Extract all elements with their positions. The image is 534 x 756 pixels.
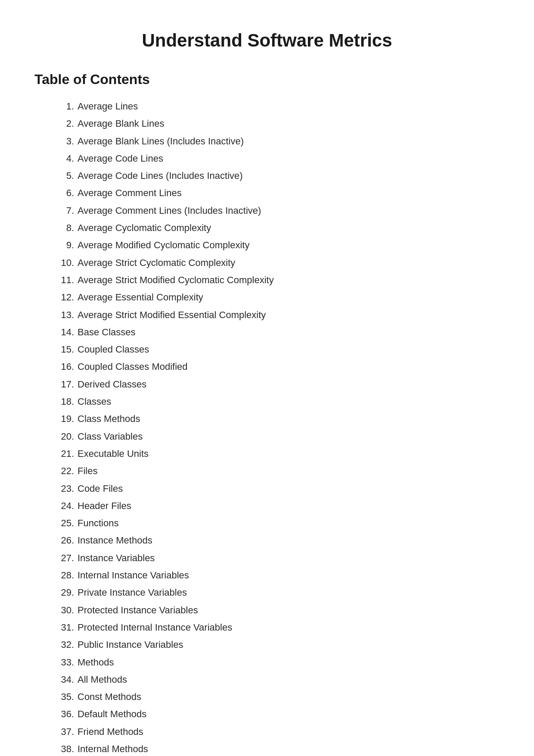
toc-item: 30.Protected Instance Variables	[60, 602, 500, 619]
toc-item-number: 9.	[60, 237, 74, 253]
toc-item-label: Executable Units	[78, 448, 149, 459]
toc-item-number: 24.	[60, 498, 74, 514]
toc-item-label: Const Methods	[78, 691, 141, 702]
toc-item-number: 36.	[60, 706, 74, 722]
toc-item-label: Public Instance Variables	[78, 639, 183, 650]
toc-item-number: 38.	[60, 741, 74, 756]
toc-item-label: Internal Instance Variables	[78, 570, 189, 581]
toc-item-label: Protected Instance Variables	[78, 605, 198, 615]
toc-item: 1.Average Lines	[60, 98, 500, 115]
toc-item-number: 37.	[60, 724, 74, 740]
toc-item-number: 15.	[60, 342, 74, 357]
toc-item: 31.Protected Internal Instance Variables	[60, 619, 500, 636]
toc-item-label: Average Modified Cyclomatic Complexity	[78, 240, 249, 250]
toc-item: 2.Average Blank Lines	[60, 115, 500, 132]
toc-item: 14.Base Classes	[60, 324, 500, 341]
toc-item-number: 3.	[60, 134, 74, 149]
toc-item-number: 26.	[60, 533, 74, 548]
toc-item-number: 22.	[60, 463, 74, 479]
toc-item-label: Coupled Classes	[78, 344, 149, 355]
toc-item-label: Instance Variables	[78, 553, 155, 563]
toc-item: 7.Average Comment Lines (Includes Inacti…	[60, 202, 500, 219]
toc-item-number: 5.	[60, 168, 74, 184]
toc-item-number: 6.	[60, 185, 74, 201]
toc-item-number: 31.	[60, 620, 74, 635]
toc-item-label: Average Strict Modified Essential Comple…	[78, 309, 266, 320]
toc-item: 37.Friend Methods	[60, 723, 500, 740]
toc-item-label: Files	[78, 465, 97, 476]
toc-item-number: 21.	[60, 446, 74, 462]
toc-item-label: Default Methods	[78, 709, 146, 719]
toc-item-label: Protected Internal Instance Variables	[78, 622, 232, 633]
toc-item: 13.Average Strict Modified Essential Com…	[60, 306, 500, 324]
toc-item: 5.Average Code Lines (Includes Inactive)	[60, 167, 500, 184]
toc-item-number: 27.	[60, 550, 74, 566]
toc-item: 26.Instance Methods	[60, 532, 500, 549]
toc-item: 23.Code Files	[60, 480, 500, 497]
toc-item-number: 23.	[60, 481, 74, 497]
toc-item-label: Average Comment Lines	[78, 187, 182, 198]
toc-item-number: 1.	[60, 99, 74, 114]
toc-item-label: Average Essential Complexity	[78, 292, 203, 303]
toc-item: 35.Const Methods	[60, 688, 500, 706]
toc-item-label: Derived Classes	[78, 379, 146, 390]
toc-item-label: Average Lines	[78, 101, 138, 112]
toc-item: 4.Average Code Lines	[60, 150, 500, 167]
toc-item-label: Internal Methods	[78, 744, 148, 754]
toc-item-label: Average Blank Lines	[78, 118, 164, 129]
toc-item-number: 35.	[60, 689, 74, 705]
toc-item: 34.All Methods	[60, 671, 500, 688]
toc-list: 1.Average Lines2.Average Blank Lines3.Av…	[60, 98, 500, 756]
toc-item: 25.Functions	[60, 515, 500, 532]
toc-item-label: Base Classes	[78, 327, 136, 337]
toc-item-label: Average Cyclomatic Complexity	[78, 222, 211, 233]
toc-item-number: 18.	[60, 394, 74, 409]
toc-item-number: 29.	[60, 585, 74, 600]
toc-item-label: Methods	[78, 657, 114, 668]
toc-item: 3.Average Blank Lines (Includes Inactive…	[60, 133, 500, 150]
toc-item: 36.Default Methods	[60, 706, 500, 723]
toc-item-label: Functions	[78, 518, 118, 528]
toc-item-label: Average Strict Modified Cyclomatic Compl…	[78, 275, 274, 285]
toc-item-number: 20.	[60, 429, 74, 444]
toc-item-number: 25.	[60, 515, 74, 531]
toc-item-label: Coupled Classes Modified	[78, 361, 188, 372]
toc-item-label: Average Code Lines	[78, 153, 163, 164]
toc-item: 22.Files	[60, 462, 500, 480]
toc-item-number: 30.	[60, 603, 74, 618]
toc-item: 9.Average Modified Cyclomatic Complexity	[60, 237, 500, 254]
toc-item: 15.Coupled Classes	[60, 341, 500, 358]
toc-item-number: 19.	[60, 411, 74, 427]
toc-item-number: 7.	[60, 203, 74, 219]
toc-item-label: Instance Methods	[78, 535, 152, 546]
toc-item: 20.Class Variables	[60, 428, 500, 445]
toc-item: 8.Average Cyclomatic Complexity	[60, 219, 500, 237]
toc-item-number: 8.	[60, 220, 74, 236]
toc-item: 12.Average Essential Complexity	[60, 289, 500, 306]
toc-item-number: 11.	[60, 272, 74, 288]
toc-item: 10.Average Strict Cyclomatic Complexity	[60, 254, 500, 272]
toc-item-number: 34.	[60, 672, 74, 687]
toc-item-number: 33.	[60, 655, 74, 670]
toc-item-label: Class Variables	[78, 431, 143, 442]
toc-item: 11.Average Strict Modified Cyclomatic Co…	[60, 272, 500, 289]
toc-item-label: Private Instance Variables	[78, 587, 187, 598]
toc-item: 27.Instance Variables	[60, 550, 500, 567]
toc-item-number: 16.	[60, 359, 74, 375]
toc-item-number: 2.	[60, 116, 74, 131]
toc-item-number: 14.	[60, 325, 74, 340]
toc-item: 32.Public Instance Variables	[60, 636, 500, 653]
toc-item: 16.Coupled Classes Modified	[60, 358, 500, 375]
toc-item: 19.Class Methods	[60, 410, 500, 428]
toc-item: 18.Classes	[60, 393, 500, 410]
toc-item-number: 4.	[60, 151, 74, 166]
toc-heading: Table of Contents	[34, 72, 500, 87]
toc-item-label: Header Files	[78, 500, 131, 511]
toc-item: 17.Derived Classes	[60, 376, 500, 393]
toc-item: 28.Internal Instance Variables	[60, 567, 500, 584]
toc-item-label: Average Blank Lines (Includes Inactive)	[78, 136, 244, 147]
toc-item: 24.Header Files	[60, 497, 500, 515]
page: Understand Software Metrics Table of Con…	[0, 0, 534, 756]
toc-item-number: 17.	[60, 377, 74, 392]
toc-item-number: 13.	[60, 307, 74, 323]
